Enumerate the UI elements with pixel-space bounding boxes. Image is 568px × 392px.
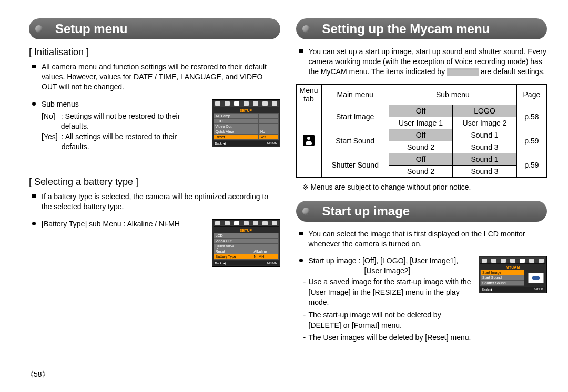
page-number: 《58》 <box>26 370 49 379</box>
startimg-intro: You can select the image that is first d… <box>309 229 547 249</box>
menu-tab-icon-cell <box>296 105 321 177</box>
mm-start-sound: Start Sound <box>321 129 389 153</box>
lcd-screenshot-setup-battery: SETUP LCD Video Out Quick View ResetAlka… <box>212 219 280 267</box>
init-intro: All camera menu and function settings wi… <box>42 62 280 92</box>
heading-setup-menu: Setup menu <box>29 18 280 39</box>
th-sub-menu: Sub menu <box>389 84 516 105</box>
mycam-intro: You can set up a start up image, start u… <box>309 47 547 77</box>
mm-start-image: Start Image <box>321 105 389 129</box>
subhead-initialisation: [ Initialisation ] <box>29 47 280 58</box>
th-main-menu: Main menu <box>321 84 389 105</box>
mycam-option-table: Menu tab Main menu Sub menu Page Start I… <box>296 84 547 178</box>
th-page: Page <box>516 84 546 105</box>
mm-shutter-sound: Shutter Sound <box>321 153 389 177</box>
th-menu-tab: Menu tab <box>296 84 321 105</box>
sub-menus-label: Sub menus <box>42 99 206 109</box>
heading-mycam-menu: Setting up the Mycam menu <box>296 18 547 39</box>
lcd-screenshot-mycam: MYCAM Start Image Start Sound Shutter So… <box>479 256 547 293</box>
sub-menus-list: [No]: Settings will not be restored to t… <box>42 111 206 152</box>
startimg-options: Start up image : [Off], [LOGO], [User Im… <box>309 256 472 276</box>
startimg-notes: -Use a saved image for the start-up imag… <box>309 277 472 343</box>
person-icon <box>303 135 315 146</box>
lcd-screenshot-setup-reset: SETUP AF Lamp LCD Video Out Quick ViewNo… <box>212 99 280 147</box>
battery-type-line: [Battery Type] sub Menu : Alkaline / Ni-… <box>42 219 206 229</box>
default-swatch <box>447 68 479 76</box>
battery-intro: If a battery type is selected, the camer… <box>42 192 280 212</box>
mycam-note: ※ Menus are subject to change without pr… <box>302 183 547 191</box>
subhead-battery-type: [ Selecting a battery type ] <box>29 177 280 188</box>
mycam-preview-logo <box>528 273 544 283</box>
heading-start-up-image: Start up image <box>296 201 547 222</box>
